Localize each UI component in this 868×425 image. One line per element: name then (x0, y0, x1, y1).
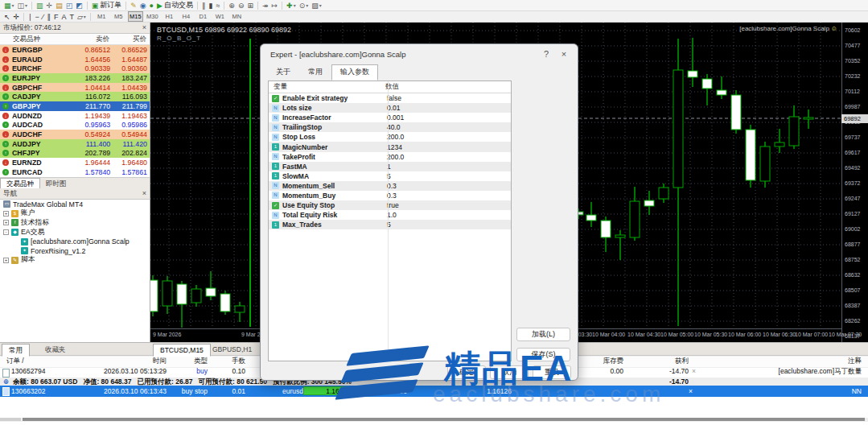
candles-type-icon[interactable]: ▮ (208, 1, 213, 10)
symbol-row-audjpy[interactable]: ↑AUDJPY111.400111.420 (0, 139, 150, 149)
column-profit[interactable]: 获利 (627, 357, 689, 366)
new-order-button[interactable]: ▣新订单 (91, 1, 123, 10)
load-button[interactable]: 加载(L) (516, 328, 570, 341)
help-icon[interactable]: ? (537, 49, 555, 59)
column-lots[interactable]: 手数 (211, 357, 245, 366)
param-row[interactable]: NTotal Equity Risk1.0 (269, 210, 511, 220)
chart-tab-GBPUSD,H1[interactable]: GBPUSD,H1 (206, 344, 258, 355)
param-value[interactable]: false (377, 94, 511, 102)
param-value[interactable]: 200.0 (377, 153, 511, 161)
param-row[interactable]: 1SlowMA5 (269, 171, 511, 181)
symbol-row-audchf[interactable]: ↓AUDCHF0.549240.54944 (0, 130, 150, 139)
column-comment[interactable]: 注释 (848, 357, 862, 366)
symbol-row-audnzd[interactable]: ↓AUDNZD1.194391.19463 (0, 111, 150, 121)
symbol-row-gbpjpy[interactable]: ↑GBPJPY211.770211.799 (0, 101, 150, 111)
expand-icon[interactable]: + (3, 258, 9, 263)
symbol-row-cadjpy[interactable]: ↑CADJPY116.072116.093 (0, 92, 150, 101)
param-row[interactable]: NLots size0.01 (269, 103, 511, 113)
cancel-button[interactable]: 取消 (490, 365, 529, 379)
param-row[interactable]: ✓Enable Exit strategyfalse (269, 93, 511, 103)
pending-order-row[interactable]: 130663202 2026.03.10 06:13:43 buy stop 0… (0, 386, 868, 397)
navigator-item-scripts[interactable]: +✎脚本 (0, 256, 150, 266)
chart-tab-BTCUSD,M15[interactable]: BTCUSD,M15 (153, 344, 211, 357)
column-variable[interactable]: 变量 (269, 82, 379, 92)
indicators-icon[interactable]: ✚▾ (286, 1, 297, 10)
close-icon[interactable]: × (555, 49, 573, 59)
horizontal-line-icon[interactable]: − (35, 12, 40, 22)
expand-icon[interactable]: + (3, 211, 9, 217)
navigator-toggle-icon[interactable]: ▤ (55, 1, 64, 10)
community-icon[interactable]: ◉ (139, 1, 147, 10)
collapse-icon[interactable]: - (3, 229, 9, 235)
symbol-row-chfjpy[interactable]: ↑CHFJPY202.789202.824 (0, 149, 150, 159)
close-icon[interactable]: × (142, 24, 146, 31)
sounds-icon[interactable]: ● (149, 1, 154, 10)
scrollbar-left-button[interactable] (0, 418, 21, 421)
dialog-tab-输入参数[interactable]: 输入参数 (331, 64, 378, 80)
param-value[interactable]: 5 (377, 221, 511, 229)
column-time[interactable]: 时间 (76, 357, 167, 366)
terminal-toggle-icon[interactable]: ◰ (65, 1, 74, 10)
symbol-row-eurnzd[interactable]: ↓EURNZD1.964441.96480 (0, 158, 150, 167)
dialog-tab-关于[interactable]: 关于 (267, 64, 299, 80)
timeframe-h1[interactable]: H1 (162, 11, 177, 22)
param-value[interactable]: 0.001 (377, 113, 511, 122)
param-value[interactable]: 1 (377, 163, 511, 171)
vertical-line-icon[interactable]: ∣ (27, 12, 33, 22)
timeframe-d1[interactable]: D1 (195, 11, 211, 22)
auto-scroll-icon[interactable]: ↠ (261, 1, 269, 10)
param-value[interactable]: 1234 (377, 143, 511, 151)
symbol-row-eurcad[interactable]: ↑EURCAD1.578401.57861 (0, 167, 150, 177)
expand-icon[interactable]: + (3, 220, 9, 225)
param-value[interactable]: 200.0 (377, 133, 511, 141)
chart-shift-icon[interactable]: ↦ (271, 1, 279, 10)
symbol-row-audcad[interactable]: ↑AUDCAD0.959630.95986 (0, 121, 150, 130)
equidistant-channel-icon[interactable]: ∥ (46, 12, 51, 22)
dialog-tab-常用[interactable]: 常用 (299, 64, 331, 80)
timeframe-m5[interactable]: M5 (111, 11, 126, 22)
param-row[interactable]: 1Max_Trades5 (269, 220, 511, 229)
param-value[interactable]: true (377, 201, 511, 209)
timeframe-m1[interactable]: M1 (94, 11, 109, 22)
column-order[interactable]: 订单 / (6, 357, 24, 366)
timeframe-mn[interactable]: MN (229, 11, 245, 22)
tab-即时图[interactable]: 即时图 (40, 179, 72, 188)
symbol-row-eurgbp[interactable]: ↓EURGBP0.865120.86529 (0, 45, 150, 55)
symbol-row-eurjpy[interactable]: ↑EURJPY183.226183.247 (0, 73, 150, 83)
symbol-row-gbpchf[interactable]: ↓GBPCHF1.044141.04439 (0, 83, 150, 93)
param-value[interactable]: 0.01 (377, 104, 511, 112)
navigator-item-ea-item[interactable]: ✦[eaclubshare.com]Gonna Scalp (0, 237, 150, 246)
timeframe-h4[interactable]: H4 (179, 11, 194, 22)
param-value[interactable]: 40.0 (377, 123, 511, 131)
strategy-tester-icon[interactable]: ◩ (75, 1, 84, 10)
close-icon[interactable]: × (142, 190, 146, 197)
new-chart-icon[interactable]: ▦▾ (3, 1, 15, 10)
param-row[interactable]: 1MagicNumber1234 (269, 142, 511, 151)
param-value[interactable]: 0.3 (377, 182, 511, 190)
tab-交易品种[interactable]: 交易品种 (0, 178, 40, 188)
bars-type-icon[interactable]: ∥ (201, 1, 207, 10)
zoom-out-icon[interactable]: ⊖ (237, 1, 245, 10)
zoom-in-icon[interactable]: ⊕ (228, 1, 236, 10)
data-window-icon[interactable]: ✛ (46, 1, 54, 10)
param-value[interactable]: 1.0 (377, 211, 511, 219)
tab-收藏夹[interactable]: 收藏夹 (39, 344, 72, 355)
line-type-icon[interactable]: ≈ (215, 1, 220, 10)
templates-icon[interactable]: ▨▾ (311, 1, 323, 10)
shapes-icon[interactable]: ▱▾ (76, 12, 87, 22)
text-icon[interactable]: A (60, 12, 67, 22)
cursor-icon[interactable]: ↖ (3, 12, 11, 22)
param-row[interactable]: NMomentum_Sell0.3 (269, 181, 511, 191)
param-row[interactable]: NMomentum_Buy0.3 (269, 191, 511, 200)
param-value[interactable]: 0.3 (377, 192, 511, 200)
symbol-row-eurchf[interactable]: ↓EURCHF0.903390.90360 (0, 64, 150, 73)
periods-icon[interactable]: ⊙▾ (298, 1, 310, 10)
dialog-titlebar[interactable]: Expert - [eaclubshare.com]Gonna Scalp ? … (261, 44, 578, 64)
timeframe-w1[interactable]: W1 (212, 11, 228, 22)
tile-windows-icon[interactable]: ⊞ (246, 1, 254, 10)
navigator-item-expert-advisors[interactable]: -◆EA交易 (0, 228, 150, 237)
symbol-row-euraud[interactable]: ↓EURAUD1.644561.64487 (0, 55, 150, 64)
text-label-icon[interactable]: T (68, 12, 75, 22)
timeframe-m30[interactable]: M30 (145, 11, 160, 22)
param-value[interactable]: 5 (377, 172, 511, 180)
